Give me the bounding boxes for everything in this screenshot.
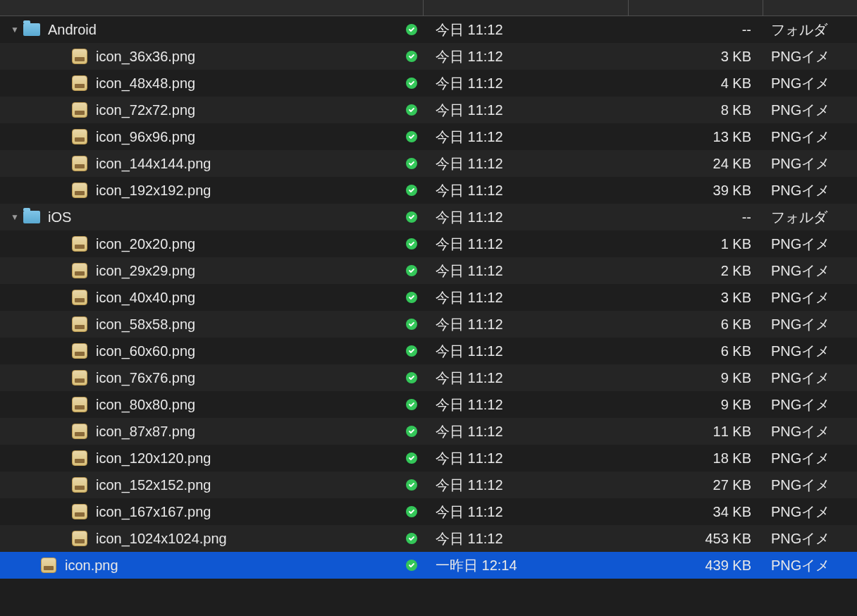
- cell-name[interactable]: ▼Android: [0, 20, 423, 39]
- cell-name[interactable]: icon_167x167.png: [0, 503, 423, 521]
- column-headers: [0, 0, 857, 16]
- sync-ok-icon: [406, 560, 417, 571]
- cell-name[interactable]: icon.png: [0, 556, 423, 574]
- table-row[interactable]: icon_58x58.png今日 11:126 KBPNGイメ: [0, 311, 857, 338]
- table-row[interactable]: icon_87x87.png今日 11:1211 KBPNGイメ: [0, 418, 857, 445]
- png-file-icon: [70, 101, 89, 119]
- file-name-label: icon_60x60.png: [96, 343, 195, 359]
- cell-kind: PNGイメ: [761, 556, 857, 575]
- table-row[interactable]: icon_76x76.png今日 11:129 KBPNGイメ: [0, 364, 857, 391]
- png-file-icon: [70, 315, 89, 333]
- table-row[interactable]: icon_60x60.png今日 11:126 KBPNGイメ: [0, 338, 857, 364]
- png-file-icon: [39, 556, 58, 574]
- sync-ok-icon: [406, 24, 417, 35]
- cell-name[interactable]: icon_48x48.png: [0, 74, 423, 92]
- sync-ok-icon: [406, 345, 417, 357]
- cell-name[interactable]: ▼iOS: [0, 208, 423, 226]
- sync-ok-icon: [406, 479, 417, 491]
- cell-kind: PNGイメ: [761, 395, 857, 414]
- cell-date: 今日 11:12: [423, 369, 627, 388]
- sync-ok-icon: [406, 51, 417, 62]
- cell-name[interactable]: icon_152x152.png: [0, 476, 423, 494]
- cell-size: --: [627, 209, 761, 226]
- cell-date: 今日 11:12: [423, 476, 627, 495]
- cell-kind: PNGイメ: [761, 101, 857, 120]
- cell-size: 13 KB: [627, 129, 761, 145]
- cell-name[interactable]: icon_87x87.png: [0, 422, 423, 441]
- table-row[interactable]: icon_20x20.png今日 11:121 KBPNGイメ: [0, 230, 857, 257]
- cell-size: 453 KB: [627, 531, 761, 547]
- cell-date: 今日 11:12: [423, 101, 627, 120]
- cell-name[interactable]: icon_144x144.png: [0, 154, 423, 173]
- table-row[interactable]: ▼Android今日 11:12--フォルダ: [0, 16, 857, 43]
- cell-name[interactable]: icon_1024x1024.png: [0, 529, 423, 548]
- table-row[interactable]: icon_192x192.png今日 11:1239 KBPNGイメ: [0, 177, 857, 204]
- cell-kind: PNGイメ: [761, 128, 857, 147]
- cell-size: 9 KB: [627, 397, 761, 413]
- cell-date: 今日 11:12: [423, 342, 627, 361]
- table-row[interactable]: icon_40x40.png今日 11:123 KBPNGイメ: [0, 284, 857, 311]
- file-name-label: icon_144x144.png: [96, 156, 211, 172]
- cell-kind: フォルダ: [761, 208, 857, 227]
- cell-name[interactable]: icon_76x76.png: [0, 369, 423, 387]
- table-row[interactable]: icon_1024x1024.png今日 11:12453 KBPNGイメ: [0, 525, 857, 552]
- cell-size: 439 KB: [627, 558, 761, 574]
- table-row[interactable]: icon_96x96.png今日 11:1213 KBPNGイメ: [0, 123, 857, 150]
- cell-kind: PNGイメ: [761, 47, 857, 66]
- cell-kind: PNGイメ: [761, 74, 857, 93]
- table-row[interactable]: icon_80x80.png今日 11:129 KBPNGイメ: [0, 391, 857, 418]
- table-row[interactable]: icon.png一昨日 12:14439 KBPNGイメ: [0, 552, 857, 579]
- cell-name[interactable]: icon_58x58.png: [0, 315, 423, 333]
- cell-name[interactable]: icon_36x36.png: [0, 47, 423, 66]
- file-name-label: icon_48x48.png: [96, 75, 195, 92]
- cell-date: 一昨日 12:14: [423, 556, 627, 575]
- table-row[interactable]: icon_72x72.png今日 11:128 KBPNGイメ: [0, 97, 857, 123]
- png-file-icon: [70, 342, 89, 360]
- file-list[interactable]: ▼Android今日 11:12--フォルダicon_36x36.png今日 1…: [0, 0, 857, 579]
- cell-name[interactable]: icon_29x29.png: [0, 261, 423, 280]
- cell-date: 今日 11:12: [423, 235, 627, 254]
- cell-size: 27 KB: [627, 477, 761, 493]
- table-row[interactable]: ▼iOS今日 11:12--フォルダ: [0, 204, 857, 230]
- cell-kind: PNGイメ: [761, 154, 857, 173]
- chevron-down-icon[interactable]: ▼: [10, 212, 20, 222]
- cell-date: 今日 11:12: [423, 154, 627, 173]
- cell-name[interactable]: icon_120x120.png: [0, 449, 423, 467]
- table-row[interactable]: icon_120x120.png今日 11:1218 KBPNGイメ: [0, 445, 857, 472]
- file-name-label: icon_40x40.png: [96, 290, 195, 306]
- png-file-icon: [70, 369, 89, 387]
- table-row[interactable]: icon_29x29.png今日 11:122 KBPNGイメ: [0, 257, 857, 284]
- file-name-label: icon_167x167.png: [96, 504, 211, 520]
- png-file-icon: [70, 181, 89, 199]
- file-name-label: icon_96x96.png: [96, 129, 195, 145]
- file-name-label: Android: [48, 22, 97, 38]
- table-row[interactable]: icon_152x152.png今日 11:1227 KBPNGイメ: [0, 472, 857, 498]
- png-file-icon: [70, 529, 89, 548]
- table-row[interactable]: icon_36x36.png今日 11:123 KBPNGイメ: [0, 43, 857, 70]
- cell-name[interactable]: icon_192x192.png: [0, 181, 423, 199]
- table-row[interactable]: icon_167x167.png今日 11:1234 KBPNGイメ: [0, 498, 857, 525]
- table-row[interactable]: icon_48x48.png今日 11:124 KBPNGイメ: [0, 70, 857, 97]
- cell-name[interactable]: icon_80x80.png: [0, 395, 423, 414]
- cell-name[interactable]: icon_96x96.png: [0, 128, 423, 146]
- cell-kind: PNGイメ: [761, 476, 857, 495]
- cell-name[interactable]: icon_60x60.png: [0, 342, 423, 360]
- png-file-icon: [70, 154, 89, 173]
- png-file-icon: [70, 476, 89, 494]
- png-file-icon: [70, 128, 89, 146]
- png-file-icon: [70, 422, 89, 441]
- sync-ok-icon: [406, 292, 417, 303]
- file-name-label: icon_80x80.png: [96, 397, 195, 413]
- table-row[interactable]: icon_144x144.png今日 11:1224 KBPNGイメ: [0, 150, 857, 177]
- cell-size: 1 KB: [627, 236, 761, 252]
- cell-name[interactable]: icon_20x20.png: [0, 235, 423, 253]
- cell-name[interactable]: icon_40x40.png: [0, 288, 423, 307]
- cell-name[interactable]: icon_72x72.png: [0, 101, 423, 119]
- cell-size: 11 KB: [627, 424, 761, 440]
- cell-size: 34 KB: [627, 504, 761, 520]
- chevron-down-icon[interactable]: ▼: [10, 25, 20, 35]
- png-file-icon: [70, 235, 89, 253]
- file-name-label: icon_36x36.png: [96, 49, 195, 65]
- cell-kind: PNGイメ: [761, 503, 857, 522]
- png-file-icon: [70, 74, 89, 92]
